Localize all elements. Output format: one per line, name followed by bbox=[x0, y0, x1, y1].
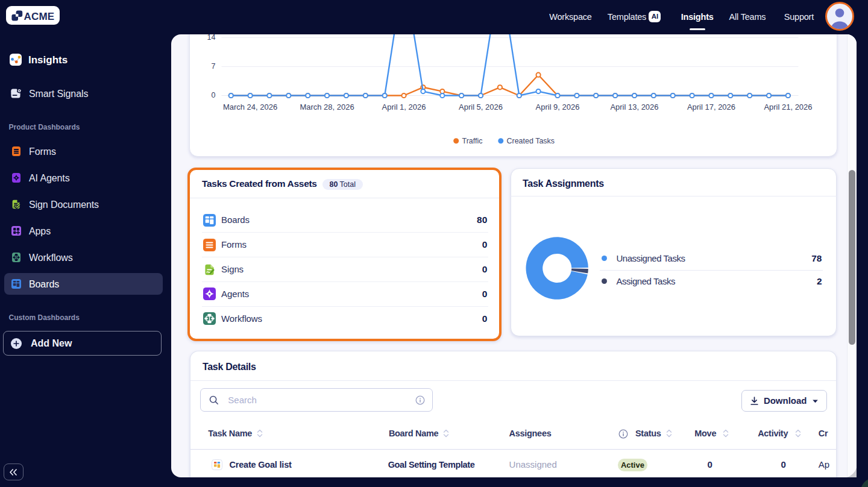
svg-text:April 9, 2026: April 9, 2026 bbox=[535, 102, 579, 112]
svg-text:7: 7 bbox=[211, 62, 215, 71]
svg-text:April 1, 2026: April 1, 2026 bbox=[382, 102, 426, 112]
svg-text:April 5, 2026: April 5, 2026 bbox=[459, 102, 503, 112]
svg-text:Created Tasks: Created Tasks bbox=[506, 137, 555, 145]
svg-text:0: 0 bbox=[211, 91, 215, 99]
svg-text:April 17, 2026: April 17, 2026 bbox=[687, 102, 735, 112]
svg-text:March 28, 2026: March 28, 2026 bbox=[300, 102, 354, 112]
svg-text:Traffic: Traffic bbox=[462, 137, 482, 145]
svg-text:April 13, 2026: April 13, 2026 bbox=[610, 102, 658, 112]
svg-text:14: 14 bbox=[207, 34, 215, 42]
svg-text:April 21, 2026: April 21, 2026 bbox=[764, 102, 812, 112]
svg-text:March 24, 2026: March 24, 2026 bbox=[222, 102, 277, 112]
